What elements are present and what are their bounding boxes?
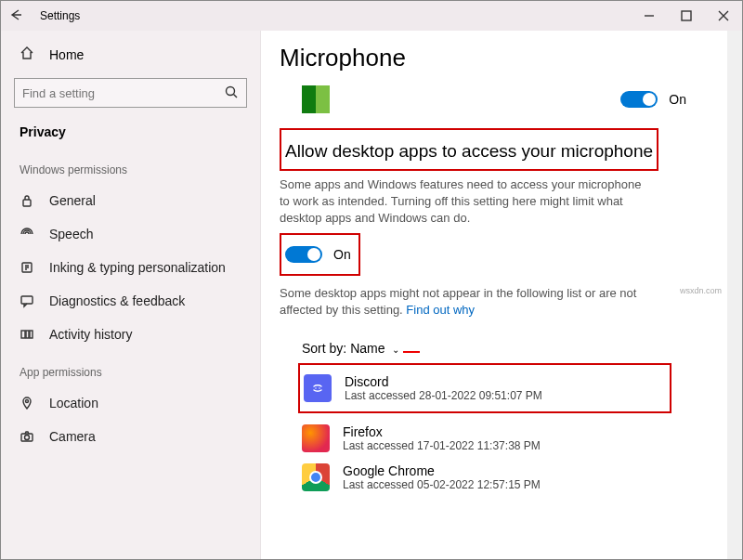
nav-item-label: General — [49, 193, 96, 208]
nav-speech[interactable]: Speech — [1, 217, 260, 251]
titlebar: Settings — [1, 1, 742, 31]
app-row-chrome: Google Chrome Last accessed 05-02-2022 1… — [280, 458, 709, 497]
nav-item-label: Speech — [49, 227, 93, 241]
section-windows-permissions: Windows permissions — [1, 149, 260, 184]
home-icon — [20, 46, 36, 63]
nav-item-label: Location — [49, 396, 98, 410]
search-input[interactable] — [22, 86, 224, 100]
sort-value: Name — [350, 341, 385, 356]
svg-point-8 — [26, 400, 29, 403]
arrow-left-icon — [8, 7, 23, 22]
nav-location[interactable]: Location — [1, 386, 260, 420]
nav-general[interactable]: General — [1, 184, 260, 217]
maximize-icon — [679, 8, 694, 23]
sort-by[interactable]: Sort by: Name ⌄ — [280, 324, 709, 361]
history-icon — [20, 327, 36, 342]
svg-rect-2 — [23, 200, 31, 206]
watermark: wsxdn.com — [680, 286, 722, 295]
desktop-apps-note: Some desktop apps might not appear in th… — [280, 285, 651, 319]
desktop-apps-desc: Some apps and Windows features need to a… — [280, 176, 651, 228]
app-name: Firefox — [343, 424, 541, 439]
desktop-apps-heading: Allow desktop apps to access your microp… — [285, 141, 653, 162]
svg-rect-0 — [682, 11, 691, 20]
highlight-dash — [403, 351, 420, 353]
firefox-icon — [302, 424, 330, 452]
close-icon — [716, 8, 731, 23]
nav-inking[interactable]: Inking & typing personalization — [1, 251, 260, 284]
content-area: Microphone On Allow desktop apps to acce… — [261, 31, 727, 559]
app-last-accessed: Last accessed 28-01-2022 09:51:07 PM — [345, 389, 542, 402]
category-privacy: Privacy — [1, 115, 260, 149]
lock-icon — [20, 193, 36, 208]
highlight-box-discord: Discord Last accessed 28-01-2022 09:51:0… — [298, 363, 671, 413]
desktop-apps-toggle[interactable] — [285, 246, 322, 263]
app-toggle[interactable] — [620, 91, 658, 108]
camera-icon — [20, 429, 36, 444]
svg-rect-7 — [30, 331, 33, 338]
svg-rect-6 — [26, 331, 29, 338]
highlight-box-toggle: On — [280, 233, 360, 276]
home-nav[interactable]: Home — [1, 38, 260, 71]
app-row-partial: On — [280, 80, 709, 119]
svg-point-1 — [227, 86, 235, 95]
nav-camera[interactable]: Camera — [1, 420, 260, 453]
chrome-icon — [302, 463, 330, 491]
discord-icon — [304, 374, 332, 402]
nav-item-label: Activity history — [49, 327, 132, 342]
back-button[interactable] — [1, 7, 31, 25]
svg-rect-4 — [21, 296, 33, 304]
settings-window: Settings Home Privacy Windows permission… — [0, 0, 743, 560]
feedback-icon — [20, 293, 36, 308]
nav-item-label: Camera — [49, 429, 96, 444]
nav-activity-history[interactable]: Activity history — [1, 318, 260, 351]
desktop-apps-toggle-label: On — [333, 247, 351, 262]
maximize-button[interactable] — [668, 1, 705, 31]
window-title: Settings — [40, 9, 80, 22]
search-box[interactable] — [14, 78, 247, 108]
page-title: Microphone — [280, 44, 709, 72]
section-app-permissions: App permissions — [1, 351, 260, 386]
minimize-icon — [642, 8, 657, 23]
app-last-accessed: Last accessed 17-01-2022 11:37:38 PM — [343, 439, 541, 452]
sort-label: Sort by: — [302, 341, 346, 356]
speech-icon — [20, 227, 36, 241]
scrollbar[interactable] — [727, 31, 742, 559]
minimize-button[interactable] — [631, 1, 668, 31]
app-last-accessed: Last accessed 05-02-2022 12:57:15 PM — [343, 478, 541, 491]
app-row-firefox: Firefox Last accessed 17-01-2022 11:37:3… — [280, 419, 709, 458]
inking-icon — [20, 260, 36, 275]
toggle-label: On — [669, 92, 686, 107]
app-icon-xbox — [302, 85, 330, 113]
highlight-box-heading: Allow desktop apps to access your microp… — [280, 128, 658, 171]
sidebar: Home Privacy Windows permissions General… — [1, 31, 261, 559]
nav-item-label: Inking & typing personalization — [49, 260, 226, 275]
app-row-discord: Discord Last accessed 28-01-2022 09:51:0… — [300, 369, 670, 408]
chevron-down-icon: ⌄ — [392, 345, 399, 355]
nav-item-label: Diagnostics & feedback — [49, 293, 185, 308]
location-icon — [20, 396, 36, 410]
home-label: Home — [49, 47, 84, 62]
app-name: Google Chrome — [343, 463, 541, 478]
app-name: Discord — [345, 374, 542, 389]
nav-diagnostics[interactable]: Diagnostics & feedback — [1, 284, 260, 318]
svg-rect-5 — [21, 331, 25, 338]
search-icon — [224, 85, 239, 102]
svg-point-10 — [25, 436, 30, 440]
find-out-why-link[interactable]: Find out why — [406, 303, 475, 317]
close-button[interactable] — [705, 1, 742, 31]
